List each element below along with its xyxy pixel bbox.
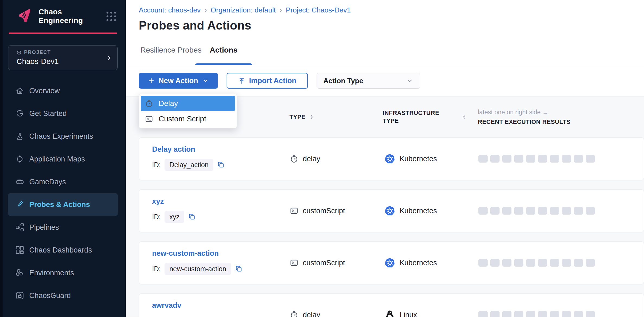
column-label: TYPE <box>289 114 305 121</box>
sidebar-item-chaos-dashboards[interactable]: Chaos Dashboards <box>8 239 118 261</box>
copy-icon[interactable] <box>188 213 196 221</box>
import-action-button[interactable]: Import Action <box>227 73 308 89</box>
infrastructure-value: Kubernetes <box>400 259 437 267</box>
app-title: Chaos Engineering <box>38 8 107 25</box>
sort-icon[interactable] <box>462 115 466 119</box>
infrastructure-cell: Kubernetes <box>384 153 437 164</box>
infrastructure-value: Kubernetes <box>400 207 437 215</box>
terminal-icon <box>290 206 298 215</box>
infrastructure-value: Kubernetes <box>400 155 437 163</box>
main-content: Account: chaos-dev › Organization: defau… <box>126 0 644 317</box>
column-header-type: TYPE <box>289 114 313 121</box>
sidebar-item-environments[interactable]: Environments <box>8 261 118 284</box>
sidebar-item-label: ChaosGuard <box>29 292 71 300</box>
action-name-link[interactable]: awrvadv <box>152 301 181 310</box>
column-header-infrastructure-type: INFRASTRUCTURE TYPE <box>383 109 446 125</box>
menu-item-delay[interactable]: Delay <box>141 96 235 111</box>
sidebar-item-gamedays[interactable]: GameDays <box>8 170 118 193</box>
id-chip: new-custom-action <box>165 263 231 275</box>
upload-icon <box>238 77 245 84</box>
project-selector[interactable]: PROJECT Chaos-Dev1 <box>8 45 118 70</box>
recent-execution-results <box>478 155 595 163</box>
new-action-button[interactable]: New Action <box>139 73 218 89</box>
sidebar-item-label: Probes & Actions <box>29 200 90 209</box>
infrastructure-value: Linux <box>400 311 417 317</box>
menu-item-label: Custom Script <box>159 115 206 123</box>
stopwatch-icon <box>145 99 153 108</box>
chevron-right-icon <box>106 55 112 61</box>
sidebar-item-get-started[interactable]: Get Started <box>8 102 118 125</box>
breadcrumb-account-link[interactable]: Account: chaos-dev <box>139 6 201 14</box>
type-value: customScript <box>303 259 345 267</box>
sidebar-item-label: Application Maps <box>29 155 85 163</box>
sidebar-item-application-maps[interactable]: Application Maps <box>8 148 118 170</box>
table-row: awrvadv delay Linux <box>139 293 644 317</box>
column-header-recent-execution-results: latest one on right side → RECENT EXECUT… <box>478 109 571 125</box>
breadcrumb-project-link[interactable]: Project: Chaos-Dev1 <box>286 6 351 14</box>
flask-icon <box>15 132 24 141</box>
tab-actions[interactable]: Actions <box>195 35 252 65</box>
recent-execution-results <box>478 207 595 215</box>
type-cell: delay <box>290 154 320 163</box>
breadcrumb: Account: chaos-dev › Organization: defau… <box>139 6 644 14</box>
get-started-icon <box>15 109 24 118</box>
terminal-icon <box>145 115 153 123</box>
test-tube-icon <box>15 200 24 209</box>
sidebar-item-label: Chaos Experiments <box>29 132 93 141</box>
type-value: customScript <box>303 207 345 215</box>
menu-item-label: Delay <box>159 99 178 108</box>
kubernetes-icon <box>384 153 395 164</box>
sidebar-item-chaosguard[interactable]: ChaosGuard <box>8 284 118 307</box>
actions-table-body: Delay action ID: Delay_action delay Kube… <box>126 137 644 317</box>
infrastructure-cell: Kubernetes <box>384 205 437 216</box>
new-action-label: New Action <box>159 77 198 85</box>
actions-toolbar: New Action Import Action Action Type <box>126 65 644 96</box>
breadcrumb-org-link[interactable]: Organization: default <box>211 6 276 14</box>
sidebar-item-overview[interactable]: Overview <box>8 79 118 102</box>
tab-label: Resilience Probes <box>140 46 202 54</box>
tab-label: Actions <box>210 46 238 54</box>
type-cell: delay <box>290 310 320 317</box>
linux-icon <box>384 309 395 317</box>
copy-icon[interactable] <box>217 161 225 169</box>
action-name-link[interactable]: Delay action <box>152 145 195 154</box>
action-name-link[interactable]: new-custom-action <box>152 249 219 258</box>
menu-item-custom-script[interactable]: Custom Script <box>141 111 235 127</box>
table-row: new-custom-action ID: new-custom-action … <box>139 241 644 284</box>
sidebar-item-label: Chaos Dashboards <box>29 246 92 254</box>
recent-execution-results <box>478 259 595 267</box>
home-icon <box>15 86 24 95</box>
module-switcher-icon[interactable] <box>107 12 116 21</box>
action-type-select[interactable]: Action Type <box>317 73 420 89</box>
cube-icon <box>17 50 21 55</box>
tab-resilience-probes[interactable]: Resilience Probes <box>140 35 202 65</box>
action-id-row: ID: Delay_action <box>152 159 225 171</box>
sidebar-item-probes-and-actions[interactable]: Probes & Actions <box>8 193 118 216</box>
action-name-link[interactable]: xyz <box>152 197 164 206</box>
chevron-down-icon <box>406 77 413 84</box>
page-header: Account: chaos-dev › Organization: defau… <box>126 0 644 35</box>
type-cell: customScript <box>290 206 345 215</box>
sort-icon[interactable] <box>310 115 313 119</box>
id-label: ID: <box>152 161 161 169</box>
hexagons-icon <box>15 268 24 277</box>
chevron-down-icon <box>202 77 209 84</box>
sidebar-item-chaos-experiments[interactable]: Chaos Experiments <box>8 125 118 148</box>
pipeline-icon <box>15 223 24 232</box>
gamepad-icon <box>15 177 24 186</box>
kubernetes-icon <box>384 257 395 268</box>
infrastructure-cell: Kubernetes <box>384 257 437 268</box>
id-label: ID: <box>152 213 161 221</box>
sidebar-item-label: Overview <box>29 87 60 95</box>
sidebar-item-pipelines[interactable]: Pipelines <box>8 216 118 239</box>
page-title: Probes and Actions <box>139 19 644 32</box>
project-name: Chaos-Dev1 <box>17 57 111 66</box>
sidebar-item-label: Pipelines <box>29 223 59 232</box>
copy-icon[interactable] <box>235 265 243 273</box>
table-row: Delay action ID: Delay_action delay Kube… <box>139 137 644 180</box>
id-label: ID: <box>152 265 161 273</box>
type-value: delay <box>303 311 320 317</box>
app-header: Chaos Engineering <box>17 8 116 24</box>
stopwatch-icon <box>290 310 298 317</box>
kubernetes-icon <box>384 205 395 216</box>
